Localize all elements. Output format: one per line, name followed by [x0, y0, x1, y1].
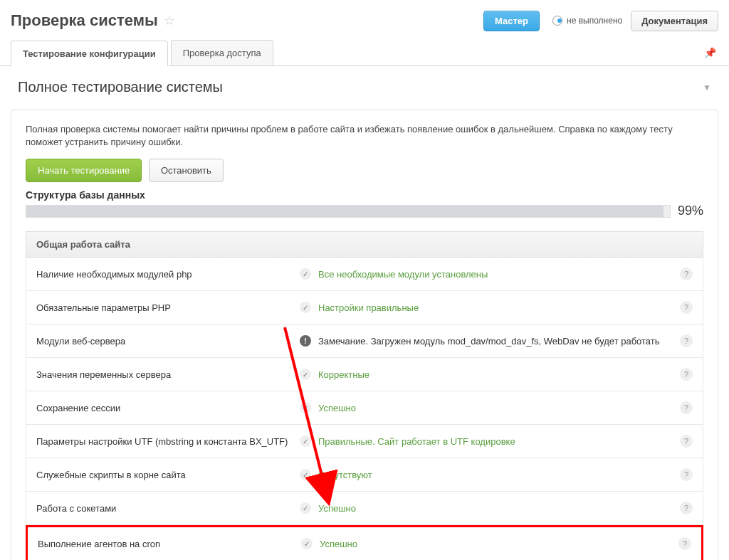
status-indicator: не выполнено — [548, 16, 622, 26]
tab-access-check[interactable]: Проверка доступа — [171, 40, 273, 65]
test-name: Выполнение агентов на cron — [38, 539, 301, 549]
test-row: Обязательные параметры PHP ✓ Настройки п… — [26, 291, 703, 324]
test-row: Работа с сокетами ✓ Успешно ? — [26, 492, 703, 525]
section-description: Полная проверка системы помогает найти п… — [26, 123, 703, 149]
help-icon[interactable]: ? — [680, 301, 693, 314]
group-header-general: Общая работа сайта — [26, 231, 703, 258]
test-row: Служебные скрипты в корне сайта ✓ Отсутс… — [26, 458, 703, 492]
progress-bar — [26, 205, 671, 218]
check-icon: ✓ — [300, 302, 311, 313]
test-status: Все необходимые модули установлены — [318, 269, 488, 280]
progress-percent: 99% — [678, 204, 703, 218]
test-row: Параметры настройки UTF (mbstring и конс… — [26, 425, 703, 458]
help-icon[interactable]: ? — [680, 502, 693, 514]
help-icon[interactable]: ? — [680, 334, 693, 347]
pin-icon[interactable]: 📌 — [704, 47, 716, 58]
test-row: Значения переменных сервера ✓ Корректные… — [26, 358, 703, 391]
test-status: Настройки правильные — [318, 302, 419, 313]
warning-icon: ! — [300, 335, 311, 347]
test-name: Сохранение сессии — [36, 403, 300, 413]
test-name: Работа с сокетами — [36, 503, 300, 514]
test-name: Наличие необходимых модулей php — [36, 269, 300, 280]
help-icon[interactable]: ? — [680, 268, 693, 280]
test-status: Замечание. Загружен модуль mod_dav/mod_d… — [318, 336, 660, 347]
test-status: Правильные. Сайт работает в UTF кодировк… — [318, 436, 515, 447]
check-icon: ✓ — [300, 469, 311, 480]
check-icon: ✓ — [300, 502, 311, 514]
collapse-icon[interactable]: ▼ — [703, 83, 711, 93]
progress-label: Структура базы данных — [26, 189, 703, 201]
test-row: Наличие необходимых модулей php ✓ Все не… — [26, 258, 703, 291]
test-status: Успешно — [318, 503, 356, 514]
documentation-button[interactable]: Документация — [631, 11, 718, 31]
help-icon[interactable]: ? — [680, 435, 693, 448]
help-icon[interactable]: ? — [680, 401, 693, 414]
check-icon: ✓ — [300, 369, 311, 380]
test-status: Успешно — [318, 403, 356, 413]
test-row: Модули веб-сервера ! Замечание. Загружен… — [26, 324, 703, 358]
start-test-button[interactable]: Начать тестирование — [26, 159, 142, 182]
master-button[interactable]: Мастер — [483, 11, 540, 31]
test-name: Значения переменных сервера — [36, 369, 300, 380]
test-row: Сохранение сессии ✓ Успешно ? — [26, 391, 703, 425]
favorite-star-icon[interactable]: ☆ — [164, 13, 175, 28]
page-title: Проверка системы — [11, 11, 158, 30]
check-icon: ✓ — [300, 435, 311, 447]
test-status: Корректные — [318, 369, 369, 380]
test-status: Отсутствуют — [318, 470, 372, 480]
status-label: не выполнено — [567, 16, 622, 26]
radio-icon — [552, 16, 562, 26]
test-status: Успешно — [320, 539, 357, 549]
help-icon[interactable]: ? — [680, 468, 693, 481]
test-name: Модули веб-сервера — [36, 336, 300, 347]
stop-test-button[interactable]: Остановить — [149, 159, 224, 182]
check-icon: ✓ — [301, 538, 313, 549]
test-name: Обязательные параметры PHP — [36, 302, 300, 313]
help-icon[interactable]: ? — [678, 537, 691, 550]
check-icon: ✓ — [300, 268, 311, 280]
section-title: Полное тестирование системы — [18, 79, 223, 95]
check-icon: ✓ — [300, 402, 311, 413]
tab-config-test[interactable]: Тестирование конфигурации — [11, 41, 168, 66]
test-name: Служебные скрипты в корне сайта — [36, 470, 300, 480]
test-name: Параметры настройки UTF (mbstring и конс… — [36, 436, 300, 447]
help-icon[interactable]: ? — [680, 368, 693, 381]
test-row-highlighted: Выполнение агентов на cron ✓ Успешно ? — [26, 525, 703, 560]
